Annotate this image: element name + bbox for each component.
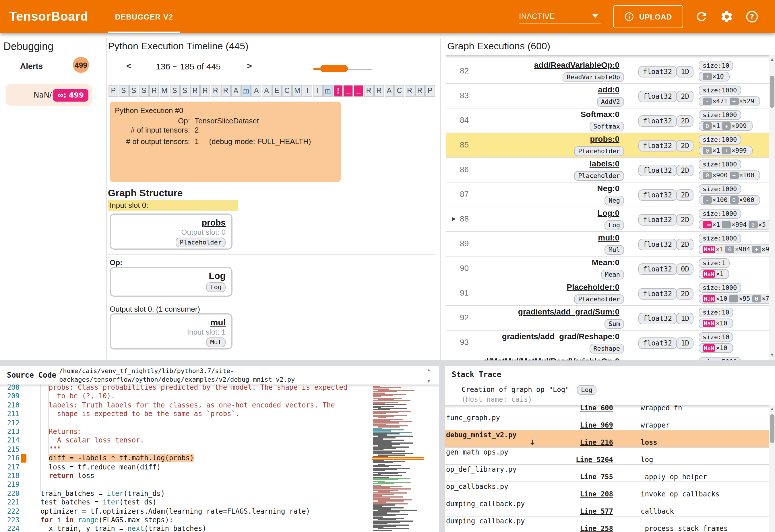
timeline-tick[interactable]: A	[251, 85, 261, 97]
value-badge: +	[703, 73, 712, 80]
timeline-tick[interactable]: R	[364, 85, 374, 97]
timeline-next-button[interactable]: >	[247, 61, 252, 71]
timeline-tick[interactable]: I	[302, 85, 312, 97]
timeline-tick[interactable]: _	[343, 85, 353, 97]
timeline-tick[interactable]: S	[170, 85, 180, 97]
tensor-name-link[interactable]: add:0	[598, 85, 619, 94]
run-status-dropdown[interactable]: INACTIVE	[519, 9, 601, 24]
stack-line-link[interactable]: Line 258	[537, 525, 613, 532]
timeline-tick[interactable]: R	[405, 85, 415, 97]
tensor-name-link[interactable]: d/MatMul/MatMul/ReadVariableOp:0	[484, 356, 619, 360]
graph-execution-row-partial[interactable]: d/MatMul/MatMul/ReadVariableOp:0size:500…	[446, 355, 769, 360]
tensor-name-link[interactable]: Log:0	[598, 208, 619, 218]
timeline-tick[interactable]: R	[221, 85, 231, 97]
stack-trace-scroll-thumb[interactable]	[770, 414, 774, 443]
input-node-detail: Output slot: 0	[116, 228, 226, 236]
timeline-slider-handle[interactable]	[320, 65, 348, 72]
timeline-tick[interactable]: S	[129, 85, 139, 97]
refresh-icon[interactable]	[695, 10, 708, 24]
stack-frame[interactable]: func_graph.pyLine 969wrapper	[445, 413, 769, 430]
input-node-link[interactable]: probs	[116, 218, 226, 227]
timeline-tick[interactable]: S	[180, 85, 190, 97]
timeline-tick[interactable]: m	[241, 85, 251, 97]
timeline-tick[interactable]: R	[200, 85, 210, 97]
timeline-tick[interactable]: R	[190, 85, 200, 97]
graph-execution-row[interactable]: 84Softmax:0Softmaxfloat322Dsize:10000×1+…	[446, 108, 769, 133]
timeline-tick[interactable]: P	[108, 85, 118, 97]
graph-execution-row[interactable]: 91Placeholder:0Placeholderfloat322Dsize:…	[446, 281, 769, 306]
gear-icon[interactable]	[720, 10, 734, 24]
graph-execution-row[interactable]: 92gradients/add_grad/Sum:0Sumfloat321Dsi…	[446, 306, 769, 331]
path-scroll-up-icon[interactable]: ▲	[426, 367, 432, 372]
tensor-name-link[interactable]: gradients/add_grad/Reshape:0	[502, 332, 619, 341]
tensor-name-link[interactable]: Neg:0	[597, 184, 619, 193]
timeline-tick[interactable]: I	[313, 85, 322, 97]
timeline-tick[interactable]: M	[292, 85, 302, 97]
tensor-name-link[interactable]: Softmax:0	[581, 110, 619, 119]
alert-value-badge: NaN	[703, 320, 715, 327]
consumer-node-link[interactable]: mul	[116, 317, 226, 327]
stack-frame[interactable]: op_def_library.pyLine 755_apply_op_helpe…	[445, 465, 769, 482]
stack-line-link[interactable]: Line 969	[537, 421, 613, 429]
timeline-tick[interactable]: A	[231, 85, 241, 97]
graph-execution-row[interactable]: 87Neg:0Negfloat322Dsize:1000-×1000×900	[446, 182, 769, 207]
input-node-card[interactable]: probs Output slot: 0 Placeholder	[110, 213, 232, 250]
tensor-name-link[interactable]: Placeholder:0	[567, 282, 619, 292]
tensor-name-link[interactable]: Mean:0	[592, 258, 619, 267]
timeline-tick[interactable]: _	[353, 85, 363, 97]
timeline-prev-button[interactable]: <	[126, 61, 131, 71]
timeline-tick[interactable]: R	[149, 85, 159, 97]
timeline-tick[interactable]: R	[374, 85, 384, 97]
breakpoint-marker[interactable]	[21, 454, 26, 463]
scroll-down-icon[interactable]: ▼	[769, 352, 775, 358]
stack-frame[interactable]: gen_math_ops.pyLine 5264log	[445, 448, 769, 465]
timeline-tick[interactable]: A	[384, 85, 394, 97]
timeline-tick[interactable]: C	[282, 85, 292, 97]
timeline-tick[interactable]: M	[160, 85, 169, 97]
tab-debugger-v2[interactable]: DEBUGGER V2	[108, 0, 180, 33]
code-minimap[interactable]	[372, 386, 425, 531]
timeline-tick[interactable]: S	[119, 85, 129, 97]
stack-line-link[interactable]: Line 216	[537, 438, 613, 446]
scroll-up-icon[interactable]: ▲	[769, 406, 775, 411]
alert-item-nan-inf[interactable]: NaN/∞ ∞: 499	[6, 84, 92, 106]
stack-frame[interactable]: op_callbacks.pyLine 208invoke_op_callbac…	[445, 482, 769, 499]
stack-line-link[interactable]: Line 755	[537, 473, 613, 481]
upload-button[interactable]: UPLOAD	[613, 5, 683, 28]
graph-execution-row[interactable]: 93gradients/add_grad/Reshape:0Reshapeflo…	[446, 331, 769, 355]
timeline-tick[interactable]: R	[211, 85, 220, 97]
tensor-name-link[interactable]: add/ReadVariableOp:0	[534, 60, 619, 69]
graph-execution-row[interactable]: 86labels:0Placeholderfloat322Dsize:10000…	[446, 158, 769, 182]
graph-execution-row[interactable]: 89mul:0Mulfloat322Dsize:1000NaN×10×904+×…	[446, 232, 769, 257]
graph-execution-row[interactable]: 83add:0AddV2float322Dsize:1000-×471+×529	[446, 84, 769, 108]
timeline-tick[interactable]: !	[333, 85, 343, 97]
stack-line-link[interactable]: Line 577	[537, 507, 613, 515]
timeline-tick[interactable]: R	[415, 85, 425, 97]
graph-execution-row[interactable]: 85probs:0Placeholderfloat322Dsize:10000×…	[446, 133, 769, 158]
consumer-node-card[interactable]: mul Input slot: 1 Mul	[110, 313, 232, 350]
timeline-tick[interactable]: P	[425, 85, 435, 97]
timeline-tick[interactable]: E	[272, 85, 282, 97]
graph-execution-row[interactable]: 82add/ReadVariableOp:0ReadVariableOpfloa…	[446, 59, 769, 84]
stack-frame[interactable]: dumping_callback.pyLine 577callback	[445, 499, 769, 517]
stack-line-link[interactable]: Line 5264	[537, 456, 613, 464]
graph-execution-row[interactable]: ▶88Log:0Logfloat322Dsize:1000-∞×1-×9940×…	[446, 207, 769, 232]
stack-line-link[interactable]: Line 208	[537, 490, 613, 498]
help-icon[interactable]: ?	[745, 10, 759, 24]
stack-frame[interactable]: debug_mnist_v2.py↓Line 216loss	[445, 430, 769, 448]
timeline-tick[interactable]: m	[323, 85, 333, 97]
timeline-tick[interactable]: C	[395, 85, 405, 97]
bottom-panel-gutter	[439, 366, 445, 532]
tensor-name: Placeholder:0	[446, 282, 619, 292]
stack-frame[interactable]: dumping_callback.pyLine 258_process_stac…	[445, 517, 769, 532]
tensor-name-link[interactable]: mul:0	[598, 233, 619, 242]
timeline-tick[interactable]: S	[139, 85, 149, 97]
graph-executions-scroll-thumb[interactable]	[770, 76, 774, 108]
tensor-name-link[interactable]: gradients/add_grad/Sum:0	[518, 307, 619, 316]
path-scroll-down-icon[interactable]: ▼	[426, 379, 432, 384]
scroll-up-icon[interactable]: ▲	[769, 57, 775, 62]
tensor-name-link[interactable]: labels:0	[590, 159, 619, 168]
tensor-name-link[interactable]: probs:0	[590, 134, 619, 143]
graph-execution-row[interactable]: 90Mean:0Meanfloat320Dsize:1NaN×1	[446, 257, 769, 281]
timeline-tick[interactable]: A	[262, 85, 271, 97]
